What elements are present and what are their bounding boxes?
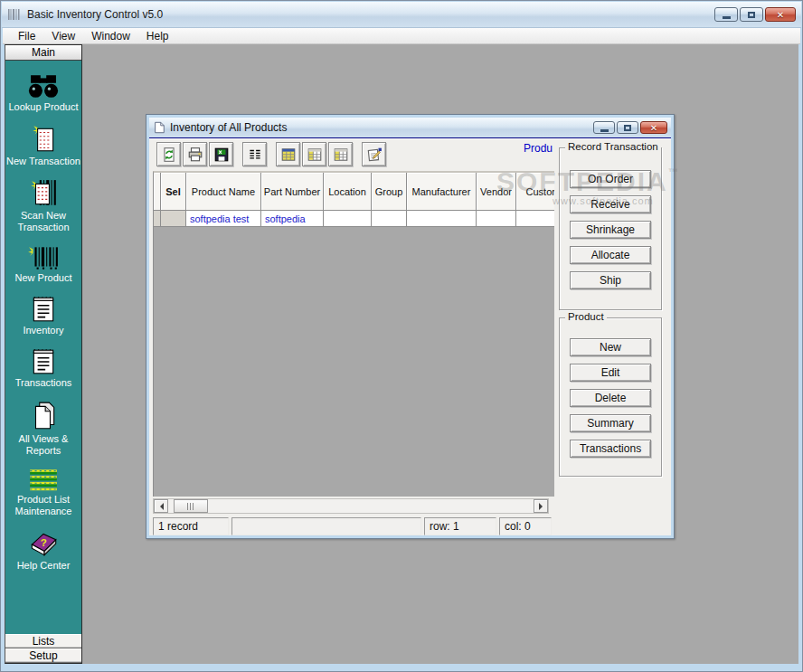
cell-part-number[interactable]: softpedia	[261, 211, 324, 227]
close-button[interactable]: ✕	[765, 7, 796, 22]
summary-button[interactable]: Summary	[570, 414, 651, 432]
cell-vendor[interactable]	[477, 211, 516, 227]
sidebar-item-lookup-product[interactable]: Lookup Product	[5, 72, 81, 113]
print-icon	[187, 147, 203, 163]
toolbar	[156, 142, 388, 166]
table-view-button[interactable]	[276, 142, 300, 166]
restore-button[interactable]	[617, 121, 638, 134]
cell-group[interactable]	[372, 211, 407, 227]
close-icon: ✕	[650, 123, 657, 133]
table-grid-icon	[307, 147, 323, 163]
save-icon	[213, 147, 230, 163]
help-book-icon: ?	[26, 529, 61, 558]
cell-manufacturer[interactable]	[407, 211, 477, 227]
minimize-button[interactable]	[593, 121, 615, 134]
inventory-window: Inventory of All Products ✕	[146, 114, 675, 539]
sidebar-tab-main[interactable]: Main	[5, 45, 81, 61]
delete-button[interactable]: Delete	[570, 389, 651, 407]
ship-button[interactable]: Ship	[570, 271, 651, 289]
close-icon: ✕	[777, 10, 784, 20]
sidebar-label: Scan New Transaction	[5, 210, 81, 233]
action-panel: Record Transaction On Order Receive Shri…	[554, 140, 667, 482]
grid-view-button[interactable]	[302, 142, 326, 166]
mdi-workspace: Inventory of All Products ✕	[82, 44, 798, 664]
striped-list-icon	[27, 469, 60, 492]
column-header-location[interactable]: Location	[324, 173, 372, 211]
documents-icon	[28, 401, 59, 431]
sidebar: Main Lookup Product New Transaction	[5, 44, 82, 664]
sidebar-label: Inventory	[5, 325, 81, 336]
sidebar-item-all-views-reports[interactable]: All Views & Reports	[5, 401, 81, 457]
scan-receipt-icon	[28, 179, 59, 208]
cell-location[interactable]	[324, 211, 372, 227]
refresh-button[interactable]	[156, 142, 181, 166]
status-message	[231, 517, 421, 535]
svg-text:?: ?	[41, 536, 47, 548]
binoculars-icon	[27, 72, 60, 99]
grid-corner-cell	[154, 173, 161, 211]
sidebar-spacer	[5, 572, 81, 634]
minimize-button[interactable]	[714, 7, 738, 22]
scrollbar-thumb[interactable]	[174, 499, 208, 513]
inventory-window-titlebar[interactable]: Inventory of All Products ✕	[149, 118, 671, 137]
shrinkage-button[interactable]: Shrinkage	[570, 221, 651, 239]
sidebar-item-new-product[interactable]: New Product	[5, 245, 81, 284]
allocate-button[interactable]: Allocate	[570, 246, 651, 264]
cell-product-name[interactable]: softpedia test	[186, 211, 261, 227]
sidebar-tab-lists[interactable]: Lists	[5, 634, 81, 648]
save-button[interactable]	[209, 142, 233, 166]
form-design-button[interactable]	[362, 142, 386, 166]
horizontal-scrollbar[interactable]	[153, 498, 549, 514]
main-window: Basic Inventory Control v5.0 ✕ File View…	[0, 0, 803, 672]
cell-custom[interactable]	[516, 211, 554, 227]
status-bar: 1 record row: 1 col: 0	[153, 517, 554, 535]
row-header-cell[interactable]	[154, 211, 161, 227]
column-header-part-number[interactable]: Part Number	[261, 173, 324, 211]
sidebar-item-inventory[interactable]: Inventory	[5, 296, 81, 336]
sidebar-item-new-transaction[interactable]: New Transaction	[5, 125, 81, 167]
sidebar-label: Product List Maintenance	[5, 494, 81, 517]
edit-button[interactable]: Edit	[570, 364, 651, 382]
menu-help[interactable]: Help	[138, 29, 177, 43]
grid-view-alt-button[interactable]	[328, 142, 353, 166]
column-header-product-name[interactable]: Product Name	[186, 173, 261, 211]
new-button[interactable]: New	[570, 338, 651, 356]
sidebar-label: Help Center	[5, 560, 81, 572]
column-header-manufacturer[interactable]: Manufacturer	[407, 173, 477, 211]
column-header-group[interactable]: Group	[372, 173, 407, 211]
column-header-sel[interactable]: Sel	[161, 173, 186, 211]
grid-header-row: Sel Product Name Part Number Location Gr…	[154, 173, 554, 211]
window-title: Basic Inventory Control v5.0	[27, 8, 163, 21]
list-view-button[interactable]	[242, 142, 267, 166]
print-button[interactable]	[183, 142, 207, 166]
sidebar-item-product-list-maintenance[interactable]: Product List Maintenance	[5, 469, 81, 517]
inventory-client-area: Produ Sel Product Name Part Number Locat…	[149, 137, 671, 535]
scroll-right-button[interactable]	[534, 499, 548, 513]
maximize-icon	[748, 12, 755, 18]
arrow-left-icon	[156, 503, 164, 510]
table-row[interactable]: softpedia test softpedia	[154, 211, 554, 227]
column-header-custom[interactable]: Custom	[516, 173, 554, 211]
on-order-button[interactable]: On Order	[570, 170, 651, 188]
cell-sel[interactable]	[161, 211, 186, 227]
main-titlebar[interactable]: Basic Inventory Control v5.0 ✕	[2, 2, 801, 28]
transactions-button[interactable]: Transactions	[570, 440, 651, 458]
sidebar-item-transactions[interactable]: Transactions	[5, 348, 81, 389]
form-design-icon	[366, 147, 383, 163]
close-button[interactable]: ✕	[640, 121, 667, 134]
sidebar-item-help-center[interactable]: ? Help Center	[5, 529, 81, 572]
menu-window[interactable]: Window	[83, 29, 138, 43]
products-panel-link[interactable]: Produ	[502, 142, 553, 155]
sidebar-label: Lookup Product	[5, 101, 81, 113]
products-grid: Sel Product Name Part Number Location Gr…	[153, 171, 554, 497]
column-header-vendor[interactable]: Vendor	[477, 173, 516, 211]
maximize-button[interactable]	[740, 7, 763, 22]
sidebar-item-scan-new-transaction[interactable]: Scan New Transaction	[5, 179, 81, 233]
sidebar-label: Transactions	[5, 377, 81, 389]
receive-button[interactable]: Receive	[570, 195, 651, 213]
menu-view[interactable]: View	[43, 29, 83, 43]
menu-file[interactable]: File	[10, 29, 43, 43]
scroll-left-button[interactable]	[154, 499, 168, 513]
grip-icon	[187, 503, 195, 510]
sidebar-tab-setup[interactable]: Setup	[5, 648, 81, 663]
